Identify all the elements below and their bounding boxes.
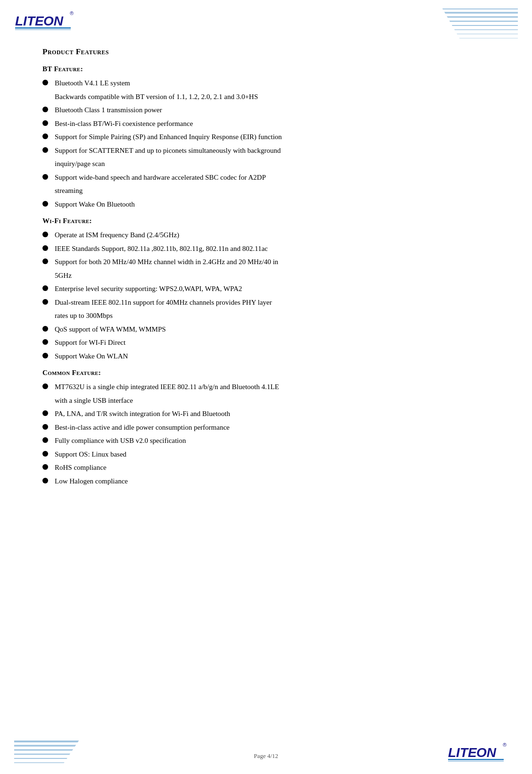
list-item: Bluetooth Class 1 transmission power xyxy=(42,105,490,116)
bullet-icon xyxy=(42,299,48,305)
list-item: Enterprise level security supporting: WP… xyxy=(42,283,490,294)
bullet-icon xyxy=(42,383,48,389)
item-text: MT7632U is a single chip integrated IEEE… xyxy=(55,383,279,391)
bullet-icon xyxy=(42,107,48,112)
sub-text: with a single USB interface xyxy=(55,395,490,406)
sub-text: Backwards compatible with BT version of … xyxy=(55,92,490,102)
item-text: Support Wake On WLAN xyxy=(55,351,490,362)
list-item: Support Wake On WLAN xyxy=(42,351,490,362)
item-text: Bluetooth V4.1 LE system xyxy=(55,79,130,87)
common-feature-list: MT7632U is a single chip integrated IEEE… xyxy=(42,382,490,486)
svg-rect-3 xyxy=(15,27,71,29)
list-item: Support for both 20 MHz/40 MHz channel w… xyxy=(42,257,490,267)
item-text: Support OS: Linux based xyxy=(55,449,490,460)
bullet-icon xyxy=(42,174,48,180)
svg-text:®: ® xyxy=(503,742,507,748)
svg-rect-24 xyxy=(448,759,504,760)
page-wrapper: LITE ON ® xyxy=(0,0,532,774)
item-text: Operate at ISM frequency Band (2.4/5GHz) xyxy=(55,230,490,241)
bullet-icon xyxy=(42,147,48,153)
item-text: Low Halogen compliance xyxy=(55,476,490,487)
header-logo-left: LITE ON ® xyxy=(14,8,75,34)
sub-text: inquiry/page scan xyxy=(55,158,490,169)
bullet-icon xyxy=(42,478,48,483)
item-text: RoHS compliance xyxy=(55,462,490,473)
wifi-feature-heading: Wi-Fi Feature: xyxy=(42,217,490,225)
item-text: Enterprise level security supporting: WP… xyxy=(55,283,490,294)
list-item: Support Wake On Bluetooth xyxy=(42,199,490,210)
item-text: Bluetooth Class 1 transmission power xyxy=(55,105,490,116)
common-feature-heading: Common Feature: xyxy=(42,369,490,377)
bullet-icon xyxy=(42,451,48,457)
list-item: Support OS: Linux based xyxy=(42,449,490,460)
sub-text: 5GHz xyxy=(55,270,490,281)
item-text: Best-in-class BT/Wi-Fi coexistence perfo… xyxy=(55,118,490,129)
main-content: Product Features BT Feature: Bluetooth V… xyxy=(0,38,532,499)
footer-logo-right: LITE ON ® xyxy=(447,740,518,766)
svg-text:LITE: LITE xyxy=(448,745,477,760)
list-item: Best-in-class BT/Wi-Fi coexistence perfo… xyxy=(42,118,490,129)
list-item: Support for Simple Pairing (SP) and Enha… xyxy=(42,132,490,142)
bt-feature-heading: BT Feature: xyxy=(42,65,490,73)
page-footer: Page 4/12 LITE ON ® xyxy=(0,732,532,774)
item-text: Support for SCATTERNET and up to piconet… xyxy=(55,147,281,154)
bullet-icon xyxy=(42,80,48,85)
item-text: Support Wake On Bluetooth xyxy=(55,199,490,210)
page-header: LITE ON ® xyxy=(0,0,532,38)
bullet-icon xyxy=(42,353,48,358)
item-text: Support for both 20 MHz/40 MHz channel w… xyxy=(55,258,278,266)
bullet-icon xyxy=(42,120,48,126)
item-text: QoS support of WFA WMM, WMMPS xyxy=(55,324,490,335)
list-item: Fully compliance with USB v2.0 specifica… xyxy=(42,435,490,446)
list-item: Support for SCATTERNET and up to piconet… xyxy=(42,145,490,156)
item-text: IEEE Standards Support, 802.11a ,802.11b… xyxy=(55,243,490,254)
item-text: Best-in-class active and idle power cons… xyxy=(55,422,490,433)
svg-text:®: ® xyxy=(70,10,74,16)
bullet-icon xyxy=(42,245,48,251)
item-text: Support wide-band speech and hardware ac… xyxy=(55,174,266,181)
bullet-icon xyxy=(42,424,48,430)
svg-rect-25 xyxy=(448,761,504,762)
sub-text: rates up to 300Mbps xyxy=(55,310,490,321)
bt-feature-list: Bluetooth V4.1 LE system Backwards compa… xyxy=(42,78,490,209)
list-item: MT7632U is a single chip integrated IEEE… xyxy=(42,382,490,392)
footer-decoration-left xyxy=(14,739,99,767)
wifi-feature-list: Operate at ISM frequency Band (2.4/5GHz)… xyxy=(42,230,490,361)
bullet-icon xyxy=(42,201,48,207)
list-item: Support for WI-Fi Direct xyxy=(42,337,490,348)
list-item: IEEE Standards Support, 802.11a ,802.11b… xyxy=(42,243,490,254)
list-item: Best-in-class active and idle power cons… xyxy=(42,422,490,433)
header-decoration-right xyxy=(424,8,518,42)
list-item: QoS support of WFA WMM, WMMPS xyxy=(42,324,490,335)
bullet-icon xyxy=(42,326,48,332)
item-text: PA, LNA, and T/R switch integration for … xyxy=(55,408,490,419)
list-item: Low Halogen compliance xyxy=(42,476,490,487)
sub-text: streaming xyxy=(55,185,490,196)
svg-text:ON: ON xyxy=(476,745,497,760)
svg-text:LITE: LITE xyxy=(15,14,44,28)
list-item: PA, LNA, and T/R switch integration for … xyxy=(42,408,490,419)
bullet-icon xyxy=(42,258,48,264)
svg-text:ON: ON xyxy=(43,14,64,28)
list-item: RoHS compliance xyxy=(42,462,490,473)
bullet-icon xyxy=(42,437,48,443)
list-item: Dual-stream IEEE 802.11n support for 40M… xyxy=(42,297,490,308)
item-text: Support for WI-Fi Direct xyxy=(55,337,490,348)
item-text: Fully compliance with USB v2.0 specifica… xyxy=(55,435,490,446)
list-item: Operate at ISM frequency Band (2.4/5GHz) xyxy=(42,230,490,241)
svg-rect-4 xyxy=(15,29,71,30)
section-title: Product Features xyxy=(42,47,490,57)
list-item: Bluetooth V4.1 LE system xyxy=(42,78,490,89)
bullet-icon xyxy=(42,410,48,416)
bullet-icon xyxy=(42,232,48,237)
item-text: Dual-stream IEEE 802.11n support for 40M… xyxy=(55,299,272,306)
list-item: Support wide-band speech and hardware ac… xyxy=(42,172,490,183)
bullet-icon xyxy=(42,285,48,291)
page-number: Page 4/12 xyxy=(254,752,278,760)
bullet-icon xyxy=(42,464,48,470)
item-text: Support for Simple Pairing (SP) and Enha… xyxy=(55,132,490,142)
bullet-icon xyxy=(42,339,48,345)
bullet-icon xyxy=(42,133,48,139)
